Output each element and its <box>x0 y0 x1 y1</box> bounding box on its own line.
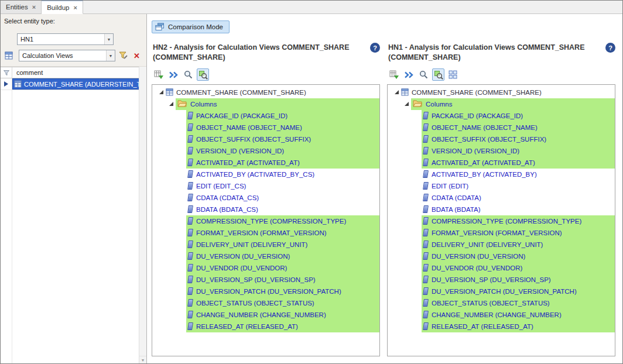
column-icon <box>187 311 193 318</box>
tree-item-label: ACTIVATED_AT (ACTIVATED_AT) <box>196 159 300 166</box>
tree-item[interactable]: PACKAGE_ID (PACKAGE_ID) <box>152 110 379 122</box>
tree-item-label: FORMAT_VERSION (FORMAT_VERSION) <box>196 229 327 236</box>
tree-item[interactable]: DELIVERY_UNIT (DELIVERY_UNIT) <box>152 239 379 250</box>
tree-item[interactable]: CDATA (CDATA) <box>388 192 615 204</box>
chevron-down-icon[interactable]: ▼ <box>106 50 115 61</box>
filter-icon[interactable] <box>1 67 12 78</box>
tree-item[interactable]: DU_VERSION (DU_VERSION) <box>388 250 615 262</box>
entity-type-dropdown[interactable]: Calculation Views ▼ <box>19 50 115 61</box>
tree-item[interactable]: DU_VENDOR (DU_VENDOR) <box>388 262 615 274</box>
highlight-differences-icon[interactable] <box>197 68 209 81</box>
tree-root[interactable]: COMMENT_SHARE (COMMENT_SHARE) <box>388 87 615 98</box>
panel-title: HN2 - Analysis for Calculation Views COM… <box>153 43 351 63</box>
tree-item[interactable]: OBJECT_STATUS (OBJECT_STATUS) <box>152 297 379 309</box>
tree-item[interactable]: PACKAGE_ID (PACKAGE_ID) <box>388 110 615 122</box>
tree-item[interactable]: OBJECT_STATUS (OBJECT_STATUS) <box>388 297 615 309</box>
column-icon <box>187 287 193 295</box>
tree-item[interactable]: ACTIVATED_AT (ACTIVATED_AT) <box>152 157 379 169</box>
tab-close-icon[interactable]: × <box>32 4 36 11</box>
tree-item-label: CDATA (CDATA) <box>432 194 481 201</box>
entity-row-selected[interactable]: COMMENT_SHARE (ADUERRSTEIN_T <box>1 78 146 90</box>
tree-item[interactable]: VERSION_ID (VERSION_ID) <box>388 145 615 157</box>
system-dropdown[interactable]: HN1 ▼ <box>17 33 114 45</box>
tree-item[interactable]: ACTIVATED_BY (ACTIVATED_BY) <box>388 169 615 180</box>
help-icon[interactable]: ? <box>605 43 615 53</box>
tree-item[interactable]: FORMAT_VERSION (FORMAT_VERSION) <box>152 227 379 239</box>
tree-item[interactable]: FORMAT_VERSION (FORMAT_VERSION) <box>388 227 615 239</box>
tree-item[interactable]: ACTIVATED_BY (ACTIVATED_BY_CS) <box>152 169 379 180</box>
column-icon <box>423 217 429 225</box>
tab-entities[interactable]: Entities × <box>1 1 42 13</box>
expand-arrow-icon[interactable] <box>167 102 176 106</box>
layout-grid-icon[interactable] <box>447 68 459 81</box>
tree-item-label: COMPRESSION_TYPE (COMPRESSION_TYPE) <box>432 218 581 225</box>
zoom-icon[interactable] <box>182 68 194 81</box>
column-header-comment[interactable]: comment <box>12 67 146 78</box>
tree-folder-columns[interactable]: Columns <box>388 98 615 110</box>
column-icon <box>187 170 193 178</box>
tree-item-label: OBJECT_SUFFIX (OBJECT_SUFFIX) <box>432 136 546 143</box>
tree-item[interactable]: ACTIVATED_AT (ACTIVATED_AT) <box>388 157 615 169</box>
column-icon <box>187 205 193 213</box>
tree-item[interactable]: DU_VERSION (DU_VERSION) <box>152 250 379 262</box>
expand-arrow-icon[interactable] <box>157 90 166 94</box>
select-entity-label: Select entity type: <box>1 16 146 25</box>
tab-buildup[interactable]: Buildup × <box>42 1 83 14</box>
highlight-differences-icon[interactable] <box>432 68 444 81</box>
column-icon <box>423 112 429 119</box>
column-icon <box>423 182 429 190</box>
tree-item-label: DU_VERSION_SP (DU_VERSION_SP) <box>196 276 316 283</box>
calculation-view-icon <box>166 88 173 96</box>
tree-root[interactable]: COMMENT_SHARE (COMMENT_SHARE) <box>152 87 379 98</box>
tree-item[interactable]: EDIT (EDIT) <box>388 180 615 192</box>
tree-item[interactable]: DU_VERSION_PATCH (DU_VERSION_PATCH) <box>388 286 615 297</box>
tree-item[interactable]: OBJECT_NAME (OBJECT_NAME) <box>152 122 379 133</box>
tree-item[interactable]: EDIT (EDIT_CS) <box>152 180 379 192</box>
tree-item[interactable]: CHANGE_NUMBER (CHANGE_NUMBER) <box>388 309 615 321</box>
expand-arrow-icon[interactable] <box>402 102 411 106</box>
tab-close-icon[interactable]: × <box>74 4 77 11</box>
clear-filter-icon[interactable]: ✕ <box>131 50 142 61</box>
column-icon <box>187 182 193 190</box>
tree-items-container: PACKAGE_ID (PACKAGE_ID)OBJECT_NAME (OBJE… <box>152 110 379 332</box>
tree-item[interactable]: OBJECT_SUFFIX (OBJECT_SUFFIX) <box>152 133 379 145</box>
zoom-icon[interactable] <box>417 68 430 81</box>
tree-item[interactable]: BDATA (BDATA_CS) <box>152 204 379 215</box>
export-table-icon[interactable] <box>388 68 400 81</box>
tree-item-label: ACTIVATED_BY (ACTIVATED_BY_CS) <box>196 171 314 178</box>
tree-item-label: ACTIVATED_AT (ACTIVATED_AT) <box>432 159 535 166</box>
tree-item[interactable]: COMPRESSION_TYPE (COMPRESSION_TYPE) <box>152 215 379 227</box>
tree-item[interactable]: DU_VENDOR (DU_VENDOR) <box>152 262 379 274</box>
tree-item[interactable]: OBJECT_SUFFIX (OBJECT_SUFFIX) <box>388 133 615 145</box>
propagate-icon[interactable] <box>167 68 180 81</box>
folder-icon <box>177 99 187 108</box>
comparison-mode-button[interactable]: Comparison Mode <box>152 20 230 33</box>
help-icon[interactable]: ? <box>370 43 380 53</box>
tree-folder-columns[interactable]: Columns <box>152 98 379 110</box>
export-table-icon[interactable] <box>153 68 165 81</box>
tree-item-label: PACKAGE_ID (PACKAGE_ID) <box>432 112 523 119</box>
entity-row-label-wrap[interactable]: COMMENT_SHARE (ADUERRSTEIN_T <box>12 78 146 90</box>
scroll-down-icon[interactable]: ▼ <box>139 356 146 363</box>
tree-item[interactable]: DU_VERSION_PATCH (DU_VERSION_PATCH) <box>152 286 379 297</box>
comparison-main-area: Comparison Mode HN2 - Analysis for Calcu… <box>147 14 622 363</box>
tree-item[interactable]: DU_VERSION_SP (DU_VERSION_SP) <box>388 274 615 286</box>
tree-item[interactable]: DU_VERSION_SP (DU_VERSION_SP) <box>152 274 379 286</box>
propagate-icon[interactable] <box>403 68 415 81</box>
tree-item[interactable]: BDATA (BDATA) <box>388 204 615 215</box>
chevron-down-icon[interactable]: ▼ <box>104 34 113 44</box>
expand-arrow-icon[interactable] <box>392 90 401 94</box>
tree-item-label: DU_VERSION (DU_VERSION) <box>196 253 290 260</box>
tree-item[interactable]: RELEASED_AT (RELEASED_AT) <box>388 321 615 332</box>
column-icon <box>423 123 429 131</box>
tree-item[interactable]: DELIVERY_UNIT (DELIVERY_UNIT) <box>388 239 615 250</box>
tree-item[interactable]: CDATA (CDATA_CS) <box>152 192 379 204</box>
tree-item[interactable]: OBJECT_NAME (OBJECT_NAME) <box>388 122 615 133</box>
tree-item[interactable]: CHANGE_NUMBER (CHANGE_NUMBER) <box>152 309 379 321</box>
tree-item[interactable]: COMPRESSION_TYPE (COMPRESSION_TYPE) <box>388 215 615 227</box>
sidebar-scrollbar[interactable]: ▼ <box>139 67 146 363</box>
tree-item[interactable]: VERSION_ID (VERSION_ID) <box>152 145 379 157</box>
tree-item[interactable]: RELEASED_AT (RELEASED_AT) <box>152 321 379 332</box>
edit-filter-icon[interactable] <box>118 50 129 61</box>
column-icon <box>423 159 429 166</box>
